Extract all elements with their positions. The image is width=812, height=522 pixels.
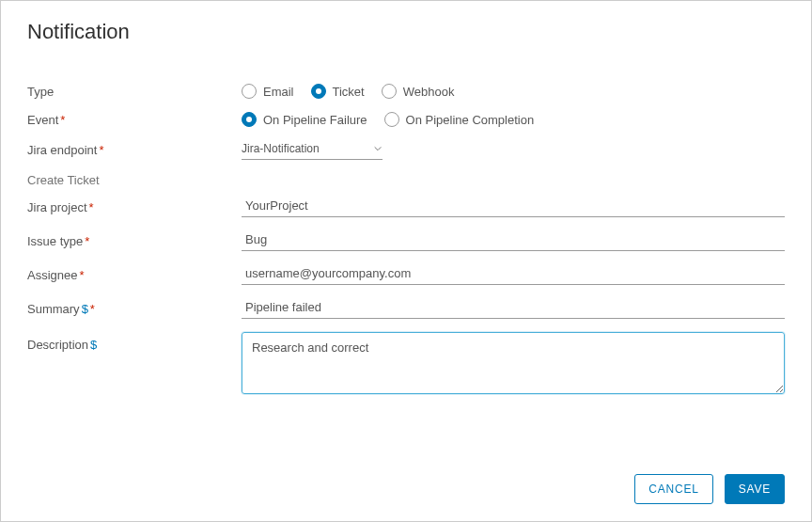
row-jira-endpoint: Jira endpoint* Jira-Notification xyxy=(27,140,785,160)
section-create-ticket: Create Ticket xyxy=(27,173,785,187)
row-issue-type: Issue type* xyxy=(27,230,785,251)
chevron-down-icon xyxy=(373,144,383,153)
assignee-control xyxy=(242,264,785,285)
required-marker: * xyxy=(79,268,84,282)
assignee-input[interactable] xyxy=(242,264,785,285)
save-button[interactable]: Save xyxy=(725,474,785,504)
required-marker: * xyxy=(89,200,94,214)
cancel-button[interactable]: Cancel xyxy=(634,474,712,504)
jira-project-input[interactable] xyxy=(242,197,785,217)
label-event-text: Event xyxy=(27,113,58,127)
variable-marker: $ xyxy=(82,302,88,316)
row-summary: Summary$* xyxy=(27,298,785,319)
required-marker: * xyxy=(60,113,65,127)
radio-circle-icon xyxy=(384,112,399,127)
label-assignee-text: Assignee xyxy=(27,268,77,282)
radio-webhook[interactable]: Webhook xyxy=(382,84,455,99)
label-jira-endpoint: Jira endpoint* xyxy=(27,143,242,157)
label-event: Event* xyxy=(27,113,242,127)
radio-email[interactable]: Email xyxy=(242,84,294,99)
radio-on-failure-label: On Pipeline Failure xyxy=(263,113,367,127)
footer-actions: Cancel Save xyxy=(27,474,785,504)
notification-panel: Notification Type Email Ticket Webhook xyxy=(0,0,812,522)
variable-marker: $ xyxy=(90,338,97,352)
radio-email-label: Email xyxy=(263,85,294,99)
label-jira-endpoint-text: Jira endpoint xyxy=(27,143,97,157)
row-event: Event* On Pipeline Failure On Pipeline C… xyxy=(27,112,785,127)
row-jira-project: Jira project* xyxy=(27,197,785,217)
required-marker: * xyxy=(85,234,89,248)
label-jira-project-text: Jira project xyxy=(27,200,87,214)
radio-circle-icon xyxy=(242,84,257,99)
summary-control xyxy=(242,298,785,319)
row-type: Type Email Ticket Webhook xyxy=(27,84,785,99)
label-issue-type: Issue type* xyxy=(27,234,242,248)
label-description-text: Description xyxy=(27,338,88,352)
description-control xyxy=(242,332,785,394)
label-summary-text: Summary xyxy=(27,302,80,316)
jira-project-control xyxy=(242,197,785,217)
issue-type-control xyxy=(242,230,785,251)
radio-webhook-label: Webhook xyxy=(403,85,455,99)
row-assignee: Assignee* xyxy=(27,264,785,285)
jira-endpoint-value: Jira-Notification xyxy=(242,142,373,155)
label-issue-type-text: Issue type xyxy=(27,234,83,248)
event-radio-group: On Pipeline Failure On Pipeline Completi… xyxy=(242,112,785,127)
row-description: Description$ xyxy=(27,332,785,394)
radio-circle-icon xyxy=(242,112,257,127)
jira-endpoint-select[interactable]: Jira-Notification xyxy=(242,140,383,160)
issue-type-input[interactable] xyxy=(242,230,785,251)
label-description: Description$ xyxy=(27,332,242,352)
radio-circle-icon xyxy=(311,84,326,99)
notification-form: Type Email Ticket Webhook Event* xyxy=(27,84,785,474)
radio-on-completion[interactable]: On Pipeline Completion xyxy=(384,112,535,127)
required-marker: * xyxy=(90,302,95,316)
summary-input[interactable] xyxy=(242,298,785,319)
radio-circle-icon xyxy=(382,84,397,99)
label-summary: Summary$* xyxy=(27,302,242,316)
page-title: Notification xyxy=(27,20,785,44)
radio-ticket[interactable]: Ticket xyxy=(311,84,365,99)
radio-ticket-label: Ticket xyxy=(333,85,365,99)
label-assignee: Assignee* xyxy=(27,268,242,282)
radio-on-failure[interactable]: On Pipeline Failure xyxy=(242,112,367,127)
jira-endpoint-control: Jira-Notification xyxy=(242,140,785,160)
radio-on-completion-label: On Pipeline Completion xyxy=(406,113,535,127)
label-type: Type xyxy=(27,85,242,99)
label-jira-project: Jira project* xyxy=(27,200,242,214)
type-radio-group: Email Ticket Webhook xyxy=(242,84,785,99)
required-marker: * xyxy=(99,143,103,157)
description-textarea[interactable] xyxy=(242,332,785,394)
